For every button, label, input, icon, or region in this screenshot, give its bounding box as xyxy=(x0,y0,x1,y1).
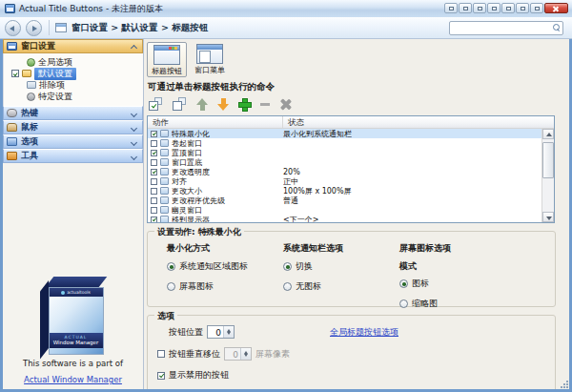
row-checkbox[interactable] xyxy=(151,131,157,137)
maximize-button[interactable] xyxy=(516,3,529,13)
global-title-buttons-link[interactable]: 全局标题按钮选项 xyxy=(330,326,398,339)
delete-icon[interactable] xyxy=(279,98,292,111)
command-icon xyxy=(160,187,169,195)
radio-selected-icon[interactable] xyxy=(399,279,408,288)
column-header-status[interactable]: 状态 xyxy=(283,116,304,128)
chevron-down-icon[interactable] xyxy=(132,154,137,159)
forward-button[interactable] xyxy=(26,20,42,36)
remove-icon[interactable] xyxy=(260,99,271,110)
tab-title-buttons[interactable]: 标题按钮 xyxy=(147,42,187,77)
radio-toggle[interactable]: 切换 xyxy=(283,260,399,273)
close-icon[interactable] xyxy=(544,3,568,13)
sidebar-section-options[interactable]: 选项 xyxy=(3,134,143,149)
check-all-icon[interactable] xyxy=(149,97,164,112)
row-checkbox[interactable] xyxy=(151,197,157,204)
stepper-value: 0 xyxy=(225,348,240,360)
scrollbar-thumb[interactable] xyxy=(542,142,554,178)
radio-screen-icon[interactable]: 屏幕图标 xyxy=(167,280,283,293)
table-row[interactable]: 对齐 正中 xyxy=(148,176,541,186)
button-position-stepper[interactable]: 0 xyxy=(207,325,235,339)
custom-title-button-icon[interactable] xyxy=(444,3,458,13)
sidebar-section-hotkeys[interactable]: 热键 xyxy=(3,106,143,120)
row-checkbox[interactable] xyxy=(151,207,157,214)
table-row[interactable]: 幽灵窗口 xyxy=(148,205,541,215)
row-checkbox[interactable] xyxy=(151,188,157,195)
tree-item-exclusions[interactable]: 排除项 xyxy=(4,79,143,91)
sidebar-section-window-settings[interactable]: 窗口设置 xyxy=(3,39,143,53)
stepper-arrows-icon[interactable] xyxy=(240,348,251,360)
row-checkbox[interactable] xyxy=(151,140,157,147)
exclusions-icon xyxy=(27,81,36,89)
minimize-button[interactable] xyxy=(501,3,515,13)
radio-no-icon[interactable]: 无图标 xyxy=(283,280,399,293)
radio-label: 系统通知区域图标 xyxy=(179,260,248,273)
radio-icon[interactable] xyxy=(283,282,292,291)
table-row[interactable]: 窗口置底 xyxy=(148,157,541,167)
table-row[interactable]: 特殊最小化 最小化到系统通知栏 xyxy=(148,129,541,138)
search-input[interactable] xyxy=(452,23,547,33)
breadcrumb: 窗口设置 > 默认设置 > 标题按钮 xyxy=(72,22,208,34)
scroll-up-icon[interactable] xyxy=(542,129,554,139)
forward-arrow-icon xyxy=(32,26,37,31)
hotkeys-icon xyxy=(7,109,17,117)
table-row[interactable]: 移到显示器 <下一个> xyxy=(148,215,541,223)
table-row[interactable]: 置顶窗口 xyxy=(148,148,541,157)
sidebar: 窗口设置 全局选项 默认设置 排除项 xyxy=(3,39,144,389)
chevron-down-icon[interactable] xyxy=(132,139,137,145)
table-row[interactable]: 卷起窗口 xyxy=(148,138,541,148)
resize-grip[interactable] xyxy=(561,381,568,388)
custom-title-button-icon[interactable] xyxy=(459,3,472,13)
tree-item-global-options[interactable]: 全局选项 xyxy=(4,56,143,68)
logo-dot-icon xyxy=(61,291,65,295)
vertical-shift-checkbox[interactable] xyxy=(157,350,165,358)
sidebar-section-tools[interactable]: 工具 xyxy=(3,149,143,163)
action-settings-group: 设置动作: 特殊最小化 最小化方式 系统通知区域图标 屏幕图标 xyxy=(147,231,556,307)
default-settings-icon xyxy=(22,70,31,77)
tree-checkbox[interactable] xyxy=(11,70,19,77)
back-button[interactable] xyxy=(5,20,21,36)
table-row[interactable]: 更改透明度 20% xyxy=(148,167,541,176)
row-checkbox[interactable] xyxy=(151,159,157,166)
radio-selected-icon[interactable] xyxy=(167,262,175,271)
command-icon xyxy=(160,168,169,175)
tree-item-default-settings[interactable]: 默认设置 xyxy=(4,68,143,79)
uncheck-all-icon[interactable] xyxy=(173,97,188,112)
command-icon xyxy=(160,158,169,166)
sidebar-section-mouse[interactable]: 鼠标 xyxy=(3,120,143,134)
restore-button[interactable] xyxy=(530,3,543,13)
row-checkbox[interactable] xyxy=(151,150,157,156)
screen-icon-options-column: 屏幕图标选项 模式 图标 缩略图 xyxy=(399,242,542,318)
radio-mode-icon[interactable]: 图标 xyxy=(399,278,542,290)
add-icon[interactable] xyxy=(238,98,252,112)
chevron-down-icon[interactable] xyxy=(132,111,137,116)
status-value: 20% xyxy=(283,168,300,176)
custom-title-button-icon[interactable] xyxy=(473,3,486,13)
awm-link[interactable]: Actual Window Manager xyxy=(24,375,122,384)
radio-icon[interactable] xyxy=(167,282,175,291)
tab-window-menu[interactable]: 窗口菜单 xyxy=(190,42,230,77)
stepper-arrows-icon[interactable] xyxy=(223,326,234,338)
vertical-shift-stepper[interactable]: 0 xyxy=(224,347,252,361)
column-title: 最小化方式 xyxy=(167,242,283,255)
row-checkbox[interactable] xyxy=(151,169,157,175)
move-down-icon[interactable] xyxy=(217,97,230,112)
radio-icon[interactable] xyxy=(399,299,408,308)
search-icon[interactable] xyxy=(553,24,560,31)
tree-item-specific-settings[interactable]: 特定设置 xyxy=(4,91,143,102)
radio-tray-icon[interactable]: 系统通知区域图标 xyxy=(167,260,283,273)
scroll-down-icon[interactable] xyxy=(542,212,554,222)
radio-mode-thumbnail[interactable]: 缩略图 xyxy=(399,298,542,310)
global-options-icon xyxy=(27,58,35,67)
custom-title-button-icon[interactable] xyxy=(487,3,500,13)
table-row[interactable]: 更改大小 100%屏 x 100%屏 xyxy=(148,186,541,196)
move-up-icon[interactable] xyxy=(196,97,209,112)
radio-selected-icon[interactable] xyxy=(283,262,292,271)
column-header-action[interactable]: 动作 xyxy=(148,116,283,128)
table-row[interactable]: 更改程序优先级 普通 xyxy=(148,196,541,205)
row-checkbox[interactable] xyxy=(151,217,157,223)
show-disabled-checkbox[interactable] xyxy=(157,372,165,380)
chevron-down-icon[interactable] xyxy=(132,125,137,131)
row-checkbox[interactable] xyxy=(151,178,157,185)
chevron-up-icon[interactable] xyxy=(132,44,137,50)
table-scrollbar[interactable] xyxy=(541,129,554,222)
